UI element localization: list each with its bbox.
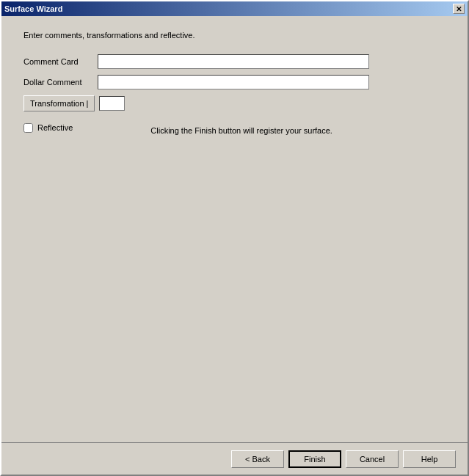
back-button[interactable]: < Back — [231, 450, 284, 468]
window-content: Enter comments, transformations and refl… — [1, 16, 468, 442]
comment-card-label: Comment Card — [23, 57, 93, 66]
title-bar: Surface Wizard ✕ — [1, 1, 468, 16]
surface-wizard-window: Surface Wizard ✕ Enter comments, transfo… — [0, 0, 469, 476]
cancel-button[interactable]: Cancel — [346, 450, 399, 468]
comment-card-row: Comment Card — [23, 54, 446, 69]
transformation-button[interactable]: Transformation | — [23, 95, 95, 111]
dollar-comment-label: Dollar Comment — [23, 78, 93, 87]
button-bar: < Back Finish Cancel Help — [1, 442, 468, 475]
close-button[interactable]: ✕ — [453, 4, 465, 14]
dollar-comment-input[interactable] — [98, 75, 369, 89]
finish-note: Clicking the Finish button will register… — [150, 126, 332, 135]
dollar-comment-row: Dollar Comment — [23, 75, 446, 89]
form-area: Comment Card Dollar Comment Transformati… — [23, 54, 446, 135]
transformation-input[interactable] — [99, 96, 125, 111]
window-title: Surface Wizard — [4, 4, 62, 13]
finish-button[interactable]: Finish — [288, 450, 341, 468]
reflective-checkbox[interactable] — [23, 123, 33, 133]
transformation-row: Transformation | — [23, 95, 446, 111]
description-text: Enter comments, transformations and refl… — [23, 31, 446, 40]
comment-card-input[interactable] — [98, 54, 369, 69]
reflective-row: Reflective Clicking the Finish button wi… — [23, 120, 446, 135]
reflective-label: Reflective — [37, 123, 73, 132]
help-button[interactable]: Help — [403, 450, 456, 468]
